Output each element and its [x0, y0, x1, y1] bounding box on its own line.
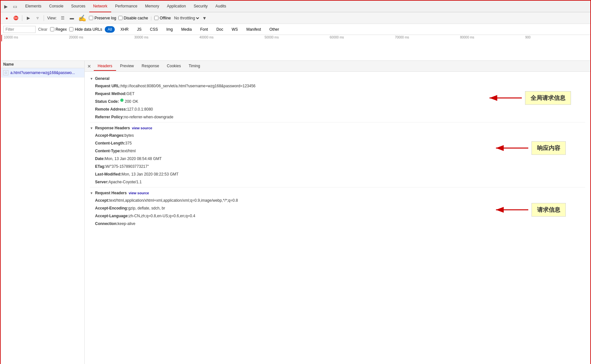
detail-tab-response[interactable]: Response — [138, 62, 163, 71]
referrer-key: Referrer Policy: — [95, 114, 124, 120]
response-header-etag: ETag: W/"375-1578903773217" — [90, 163, 585, 170]
detail-tab-timing[interactable]: Timing — [185, 62, 204, 71]
request-list: Name □ a.html?username=wzg168&passwo... — [1, 61, 85, 364]
view-list-btn[interactable]: ▬ — [68, 15, 75, 22]
last-modified-key: Last-Modified: — [95, 171, 122, 177]
offline-checkbox[interactable] — [154, 16, 158, 20]
content-length-val: 375 — [125, 140, 132, 146]
remote-key: Remote Address: — [95, 106, 127, 112]
filter-type-manifest[interactable]: Manifest — [243, 26, 264, 33]
accept-language-key: Accept-Language: — [95, 213, 129, 219]
tick-9: 900 — [525, 36, 591, 39]
toolbar-separator-1 — [22, 15, 22, 21]
accept-ranges-key: Accept-Ranges: — [95, 133, 124, 138]
regex-checkbox[interactable] — [50, 27, 54, 31]
camera-button[interactable]: ▶ — [25, 15, 32, 22]
detail-tabs: ✕ Headers Preview Response Cookies Timin… — [85, 61, 590, 72]
accept-val: text/html,application/xhtml+xml,applicat… — [109, 198, 238, 203]
response-header-date: Date: Mon, 13 Jan 2020 08:54:48 GMT — [90, 155, 585, 163]
filter-type-all[interactable]: All — [105, 26, 115, 33]
response-header-server: Server: Apache-Coyote/1.1 — [90, 178, 585, 186]
detail-close-button[interactable]: ✕ — [86, 63, 92, 70]
general-referrer-row: Referrer Policy: no-referrer-when-downgr… — [90, 113, 585, 121]
tab-sources[interactable]: Sources — [67, 1, 89, 12]
tab-audits[interactable]: Audits — [211, 1, 230, 12]
callout-request-container: 请求信息 — [493, 203, 566, 217]
preserve-log-group: Preserve log — [89, 16, 116, 20]
tab-application[interactable]: Application — [163, 1, 190, 12]
tab-network[interactable]: Network — [89, 1, 111, 12]
filter-bar: Clear Regex Hide data URLs All XHR JS CS… — [1, 24, 590, 35]
filter-type-xhr[interactable]: XHR — [117, 26, 131, 33]
view-waterfall-btn[interactable]: ☰ — [59, 15, 66, 22]
throttle-select[interactable]: No throttling — [173, 16, 200, 21]
preserve-log-checkbox[interactable] — [89, 16, 93, 20]
tick-1: 10000 ms — [4, 36, 69, 39]
filter-type-font[interactable]: Font — [197, 26, 211, 33]
select-mode-icon[interactable]: ▶ — [2, 3, 10, 10]
date-key: Date: — [95, 156, 105, 162]
server-val: Apache-Coyote/1.1 — [108, 179, 142, 185]
filter-input[interactable] — [3, 26, 36, 33]
filter-type-media[interactable]: Media — [178, 26, 195, 33]
cursor-hand-icon[interactable]: ✍ — [77, 14, 87, 22]
tab-security[interactable]: Security — [190, 1, 211, 12]
tick-8: 80000 ms — [460, 36, 525, 39]
clear-button[interactable]: ⛔ — [12, 15, 19, 22]
filter-type-ws[interactable]: WS — [229, 26, 241, 33]
response-header-accept-ranges: Accept-Ranges: bytes — [90, 132, 585, 139]
remote-value: 127.0.0.1:8080 — [127, 106, 153, 112]
filter-clear-button[interactable]: Clear — [38, 27, 48, 32]
etag-val: W/"375-1578903773217" — [105, 164, 149, 169]
detail-tab-preview[interactable]: Preview — [116, 62, 138, 71]
record-button[interactable]: ● — [3, 15, 10, 22]
callout-general-label: 全局请求信息 — [525, 91, 571, 105]
content-length-key: Content-Length: — [95, 140, 125, 146]
request-item-name: a.html?username=wzg168&passwo... — [10, 70, 75, 75]
regex-label: Regex — [56, 27, 67, 32]
hide-data-urls-label: Hide data URLs — [75, 27, 102, 32]
request-headers-rows-container: Accept: text/html,application/xhtml+xml,… — [90, 197, 585, 228]
detail-tab-headers[interactable]: Headers — [94, 62, 116, 71]
accept-encoding-val: gzip, deflate, sdch, br — [128, 205, 165, 211]
tab-icons: ▶ ▭ — [2, 3, 19, 10]
tab-console[interactable]: Console — [45, 1, 67, 12]
device-toolbar-icon[interactable]: ▭ — [11, 3, 19, 10]
request-item[interactable]: □ a.html?username=wzg168&passwo... — [1, 68, 84, 78]
section-divider-1 — [90, 122, 585, 123]
response-view-source-link[interactable]: view source — [132, 126, 152, 130]
request-headers-title: Request Headers — [95, 191, 127, 195]
request-url-value: http://localhost:8080/06_servlet/a.html?… — [121, 83, 255, 89]
regex-group: Regex — [50, 27, 67, 32]
filter-type-js[interactable]: JS — [134, 26, 145, 33]
tab-performance[interactable]: Performance — [111, 1, 141, 12]
filter-type-img[interactable]: Img — [163, 26, 176, 33]
callout-general-container: 全局请求信息 — [486, 91, 571, 105]
disable-cache-checkbox[interactable] — [118, 16, 123, 20]
method-value: GET — [126, 91, 134, 97]
callout-general-arrow — [486, 93, 525, 103]
hide-data-urls-checkbox[interactable] — [69, 27, 73, 31]
filter-button[interactable]: ▿ — [34, 15, 41, 22]
request-view-source-link[interactable]: view source — [129, 191, 149, 195]
tab-memory[interactable]: Memory — [141, 1, 163, 12]
detail-tab-cookies[interactable]: Cookies — [163, 62, 185, 71]
throttle-dropdown-icon[interactable]: ▼ — [202, 16, 207, 21]
content-type-val: text/html — [121, 148, 135, 154]
tick-7: 70000 ms — [395, 36, 460, 39]
status-green-dot — [120, 99, 124, 102]
general-triangle: ▼ — [90, 77, 93, 80]
response-headers-title: Response Headers — [95, 126, 130, 130]
method-key: Request Method: — [95, 91, 126, 97]
response-triangle: ▼ — [90, 126, 93, 130]
callout-response-label: 响应内容 — [532, 141, 566, 155]
filter-type-other[interactable]: Other — [266, 26, 282, 33]
connection-key: Connection: — [95, 221, 118, 227]
general-title: General — [95, 76, 110, 81]
filter-type-css[interactable]: CSS — [147, 26, 161, 33]
filter-type-doc[interactable]: Doc — [213, 26, 226, 33]
response-header-last-modified: Last-Modified: Mon, 13 Jan 2020 08:22:53… — [90, 170, 585, 178]
status-code-value: 200 — [125, 99, 131, 104]
tab-elements[interactable]: Elements — [21, 1, 45, 12]
last-modified-val: Mon, 13 Jan 2020 08:22:53 GMT — [122, 171, 178, 177]
